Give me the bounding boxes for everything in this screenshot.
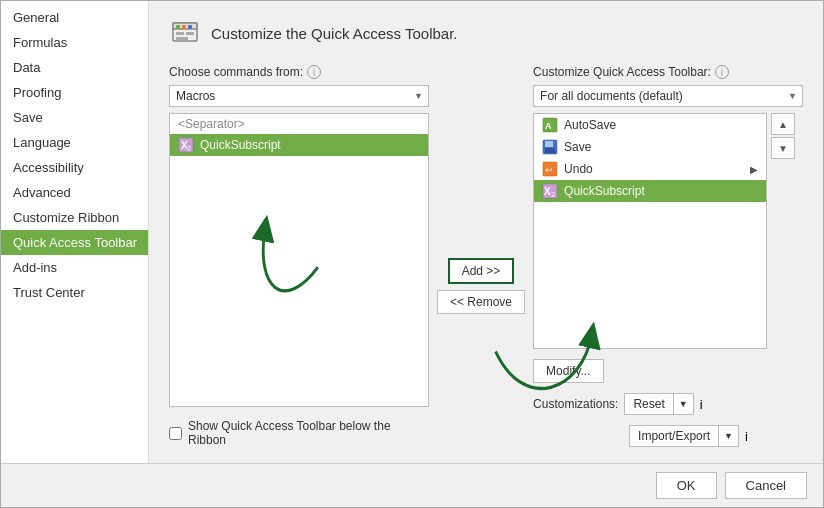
dialog-title: Customize the Quick Access Toolbar. [211, 25, 458, 42]
sidebar-item-proofing[interactable]: Proofing [1, 80, 148, 105]
left-panel-info-icon[interactable]: i [307, 65, 321, 79]
import-export-label: Import/Export [630, 426, 719, 446]
import-export-info-icon[interactable]: i [745, 429, 748, 444]
reset-label: Reset [625, 394, 673, 414]
svg-rect-15 [545, 148, 555, 153]
right-panel-info-icon[interactable]: i [715, 65, 729, 79]
left-dropdown[interactable]: Macros All Commands Popular Commands [169, 85, 429, 107]
undo-icon: ↩ [542, 161, 558, 177]
toolbar-icon [169, 17, 201, 49]
reset-dropdown-arrow-icon[interactable]: ▼ [674, 396, 693, 412]
show-toolbar-checkbox[interactable] [169, 427, 182, 440]
right-panel: Customize Quick Access Toolbar: i For al… [533, 65, 803, 447]
sidebar-item-language[interactable]: Language [1, 130, 148, 155]
title-row: Customize the Quick Access Toolbar. [169, 17, 803, 49]
move-down-button[interactable]: ▼ [771, 137, 795, 159]
right-dropdown[interactable]: For all documents (default) For this doc… [533, 85, 803, 107]
svg-rect-7 [176, 37, 188, 40]
right-panel-label: Customize Quick Access Toolbar: i [533, 65, 803, 79]
left-dropdown-wrapper: Macros All Commands Popular Commands [169, 85, 429, 107]
up-down-buttons: ▲ ▼ [771, 113, 795, 159]
quicksubscript-icon: X 2 [542, 183, 558, 199]
svg-rect-6 [186, 32, 194, 35]
add-button[interactable]: Add >> [448, 258, 515, 284]
left-list-box[interactable]: <Separator> X 2 QuickSubscript [169, 113, 429, 407]
submenu-arrow-icon: ▶ [750, 164, 758, 175]
sidebar-item-data[interactable]: Data [1, 55, 148, 80]
svg-text:A: A [545, 121, 552, 131]
right-dropdown-wrapper: For all documents (default) For this doc… [533, 85, 803, 107]
save-icon [542, 139, 558, 155]
middle-buttons: Add >> << Remove [429, 65, 533, 447]
import-export-split-button[interactable]: Import/Export ▼ [629, 425, 739, 447]
svg-rect-14 [545, 141, 553, 147]
reset-split-button[interactable]: Reset ▼ [624, 393, 693, 415]
sidebar-item-customize-ribbon[interactable]: Customize Ribbon [1, 205, 148, 230]
customizations-label: Customizations: [533, 397, 618, 411]
list-item[interactable]: Save [534, 136, 766, 158]
checkbox-label: Show Quick Access Toolbar below the Ribb… [188, 419, 429, 447]
import-export-dropdown-arrow-icon[interactable]: ▼ [719, 428, 738, 444]
right-extras: ▲ ▼ [771, 113, 803, 349]
panels-area: Choose commands from: i Macros All Comma… [169, 65, 803, 447]
footer: OK Cancel [1, 463, 823, 507]
left-panel-label: Choose commands from: i [169, 65, 429, 79]
sidebar: GeneralFormulasDataProofingSaveLanguageA… [1, 1, 149, 463]
cancel-button[interactable]: Cancel [725, 472, 807, 499]
list-item[interactable]: A AutoSave [534, 114, 766, 136]
svg-rect-3 [182, 25, 186, 29]
right-list-box[interactable]: A AutoSave [533, 113, 767, 349]
svg-rect-5 [176, 32, 184, 35]
svg-text:2: 2 [187, 145, 191, 152]
sidebar-item-advanced[interactable]: Advanced [1, 180, 148, 205]
list-item[interactable]: X 2 QuickSubscript [534, 180, 766, 202]
list-item[interactable]: ↩ Undo ▶ [534, 158, 766, 180]
svg-text:X: X [544, 186, 551, 197]
remove-button[interactable]: << Remove [437, 290, 525, 314]
sidebar-item-general[interactable]: General [1, 5, 148, 30]
main-content: Customize the Quick Access Toolbar. Choo… [149, 1, 823, 463]
checkbox-row: Show Quick Access Toolbar below the Ribb… [169, 419, 429, 447]
svg-text:2: 2 [551, 191, 555, 198]
modify-row: Modify... [533, 359, 803, 383]
excel-options-dialog: GeneralFormulasDataProofingSaveLanguageA… [0, 0, 824, 508]
move-up-button[interactable]: ▲ [771, 113, 795, 135]
left-panel: Choose commands from: i Macros All Comma… [169, 65, 429, 447]
list-item[interactable]: X 2 QuickSubscript [170, 134, 428, 156]
sidebar-item-quick-access-toolbar[interactable]: Quick Access Toolbar [1, 230, 148, 255]
sidebar-item-formulas[interactable]: Formulas [1, 30, 148, 55]
sidebar-item-trust-center[interactable]: Trust Center [1, 280, 148, 305]
reset-info-icon[interactable]: i [700, 397, 703, 412]
svg-rect-2 [176, 25, 180, 29]
svg-text:↩: ↩ [545, 165, 553, 175]
command-icon: X 2 [178, 137, 194, 153]
sidebar-item-accessibility[interactable]: Accessibility [1, 155, 148, 180]
sidebar-item-save[interactable]: Save [1, 105, 148, 130]
customizations-row: Customizations: Reset ▼ i [533, 393, 803, 415]
import-export-row: Import/Export ▼ i [629, 425, 803, 447]
svg-rect-4 [188, 25, 192, 29]
autosave-icon: A [542, 117, 558, 133]
ok-button[interactable]: OK [656, 472, 717, 499]
sidebar-item-add-ins[interactable]: Add-ins [1, 255, 148, 280]
list-item[interactable]: <Separator> [170, 114, 428, 134]
modify-button[interactable]: Modify... [533, 359, 603, 383]
